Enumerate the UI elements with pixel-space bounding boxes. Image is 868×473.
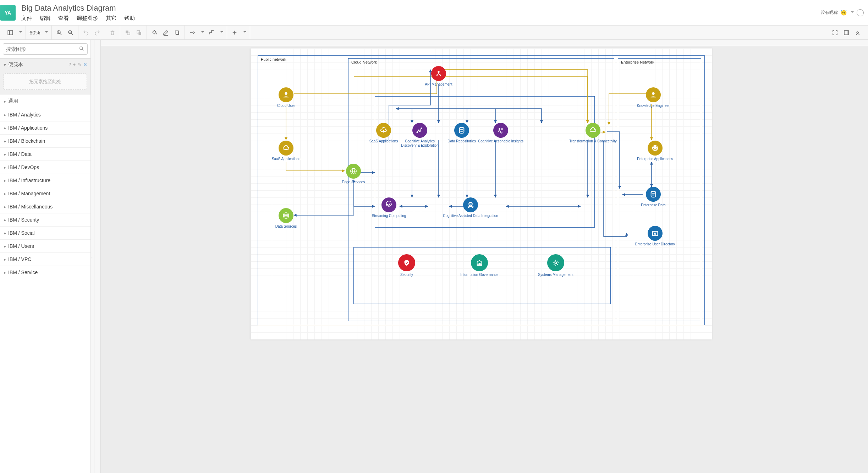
menu-arrange[interactable]: 调整图形 [77, 15, 98, 22]
node-streaming[interactable]: Streaming Computing [368, 197, 410, 218]
connection-icon[interactable] [188, 29, 196, 37]
menu-help[interactable]: 帮助 [124, 15, 135, 22]
category-ibm-management[interactable]: ▸IBM / Management [0, 187, 90, 200]
waypoint-icon[interactable] [208, 29, 215, 37]
zoom-out-icon[interactable] [67, 29, 75, 37]
user-dropdown-caret[interactable] [850, 10, 854, 15]
category-ibm-users[interactable]: ▸IBM / Users [0, 240, 90, 253]
svg-rect-15 [175, 31, 178, 34]
line-color-icon[interactable] [162, 29, 170, 37]
search-box[interactable] [3, 43, 88, 55]
scratchpad-dropzone[interactable]: 把元素拖至此处 [4, 74, 87, 90]
node-security[interactable]: Security [385, 254, 428, 277]
category-ibm-devops[interactable]: ▸IBM / DevOps [0, 161, 90, 174]
zoom-in-icon[interactable] [55, 29, 63, 37]
chevron-down-icon[interactable]: ▾ [4, 62, 6, 67]
close-icon[interactable]: ✕ [83, 62, 87, 67]
menu-edit[interactable]: 编辑 [40, 15, 50, 22]
menu-view[interactable]: 查看 [58, 15, 69, 22]
waypoint-caret[interactable] [219, 30, 223, 35]
svg-point-45 [654, 233, 656, 234]
svg-point-31 [418, 130, 419, 131]
app-header: YA Big Data Analytics Diagram 文件 编辑 查看 调… [0, 0, 868, 26]
category-ibm-analytics[interactable]: ▸IBM / Analytics [0, 108, 90, 121]
category-ibm-applications[interactable]: ▸IBM / Applications [0, 121, 90, 135]
node-enterprise-userdir[interactable]: Enterprise User Directory [628, 226, 682, 246]
sidebar-resize-handle[interactable] [91, 40, 94, 473]
node-enterprise-data[interactable]: Enterprise Data [632, 187, 675, 207]
node-data-sources[interactable]: Data Sources [265, 208, 307, 229]
format-panel-icon[interactable] [842, 29, 850, 37]
node-saas-apps-cloud[interactable]: SaaS Applications [368, 123, 400, 143]
user-area[interactable]: 没有昵称 😇 [821, 9, 864, 16]
redo-icon[interactable] [93, 29, 101, 37]
connection-caret[interactable] [200, 30, 204, 35]
scratchpad-title: 便笺本 [8, 61, 68, 68]
fullscreen-icon[interactable] [831, 29, 839, 37]
node-systems-mgmt[interactable]: Systems Management [531, 254, 581, 277]
delete-icon[interactable] [109, 29, 116, 37]
to-front-icon[interactable] [124, 29, 132, 37]
node-saas-apps-public[interactable]: SaaS Applications [265, 141, 307, 161]
zoom-caret[interactable] [44, 30, 48, 35]
svg-point-23 [285, 92, 287, 95]
menu-file[interactable]: 文件 [21, 15, 32, 22]
node-api-mgmt[interactable]: API Management [417, 66, 460, 87]
svg-point-33 [421, 128, 422, 129]
node-enterprise-apps[interactable]: Enterprise Applications [632, 141, 678, 161]
svg-point-26 [438, 71, 440, 73]
node-cloud-user[interactable]: Cloud User [265, 87, 307, 108]
node-data-repositories[interactable]: Data Repositories [444, 123, 479, 143]
search-icon[interactable] [79, 46, 84, 53]
collapse-icon[interactable] [854, 29, 862, 37]
node-transformation[interactable]: Transformation & Connectivity [566, 123, 620, 143]
view-caret[interactable] [18, 30, 22, 35]
help-icon[interactable]: ? [68, 62, 71, 67]
node-cognitive-dataint[interactable]: Cognitive Assisted Data Integration [439, 197, 502, 218]
category-ibm-infrastructure[interactable]: ▸IBM / Infrastructure [0, 174, 90, 187]
shape-categories[interactable]: ▸通用 ▸IBM / Analytics ▸IBM / Applications… [0, 94, 90, 473]
to-back-icon[interactable] [135, 29, 143, 37]
globe-icon[interactable] [857, 9, 864, 16]
app-logo[interactable]: YA [0, 5, 16, 21]
category-general[interactable]: ▸通用 [0, 94, 90, 108]
menu-bar: 文件 编辑 查看 调整图形 其它 帮助 [21, 15, 821, 22]
sidebar: ▾ 便笺本 ? + ✎ ✕ 把元素拖至此处 ▸通用 ▸IBM / Analyti… [0, 40, 91, 473]
node-cognitive-insights[interactable]: Cognitive Actionable Insights [478, 123, 524, 143]
category-ibm-service[interactable]: ▸IBM / Service [0, 266, 90, 279]
insert-caret[interactable] [242, 30, 246, 35]
node-cognitive-analytics[interactable]: Cognitive Analytics Discovery & Explorat… [397, 123, 443, 148]
category-ibm-blockchain[interactable]: ▸IBM / Blockchain [0, 135, 90, 148]
search-input[interactable] [6, 46, 79, 52]
node-knowledge-engineer[interactable]: Knowledge Engineer [632, 87, 675, 108]
node-edge-services[interactable]: Edge Services [332, 164, 375, 184]
category-ibm-data[interactable]: ▸IBM / Data [0, 148, 90, 161]
svg-point-39 [472, 206, 473, 208]
add-icon[interactable]: + [73, 62, 76, 67]
svg-rect-19 [844, 31, 848, 35]
svg-point-37 [469, 202, 472, 204]
sidebar-toggle-icon[interactable] [6, 29, 14, 37]
insert-icon[interactable] [231, 29, 238, 37]
page-title[interactable]: Big Data Analytics Diagram [21, 4, 821, 13]
category-ibm-vpc[interactable]: ▸IBM / VPC [0, 253, 90, 266]
category-ibm-security[interactable]: ▸IBM / Security [0, 213, 90, 227]
toolbar: 60% [0, 26, 868, 40]
fill-color-icon[interactable] [150, 29, 158, 37]
svg-point-43 [651, 191, 656, 194]
undo-icon[interactable] [82, 29, 90, 37]
ruler-horizontal [94, 40, 868, 46]
edit-icon[interactable]: ✎ [78, 62, 81, 67]
svg-point-40 [555, 262, 557, 264]
node-info-governance[interactable]: Information Governance [453, 254, 506, 277]
shadow-icon[interactable] [173, 29, 181, 37]
main: ▾ 便笺本 ? + ✎ ✕ 把元素拖至此处 ▸通用 ▸IBM / Analyti… [0, 40, 868, 473]
canvas-viewport[interactable]: Public network Cloud Network Enterprise … [94, 40, 868, 473]
category-ibm-misc[interactable]: ▸IBM / Miscellaneous [0, 200, 90, 213]
menu-extras[interactable]: 其它 [106, 15, 116, 22]
category-ibm-social[interactable]: ▸IBM / Social [0, 227, 90, 240]
svg-line-22 [82, 49, 83, 50]
svg-rect-0 [8, 31, 13, 35]
diagram-canvas[interactable]: Public network Cloud Network Enterprise … [251, 48, 712, 339]
zoom-level[interactable]: 60% [29, 29, 40, 36]
